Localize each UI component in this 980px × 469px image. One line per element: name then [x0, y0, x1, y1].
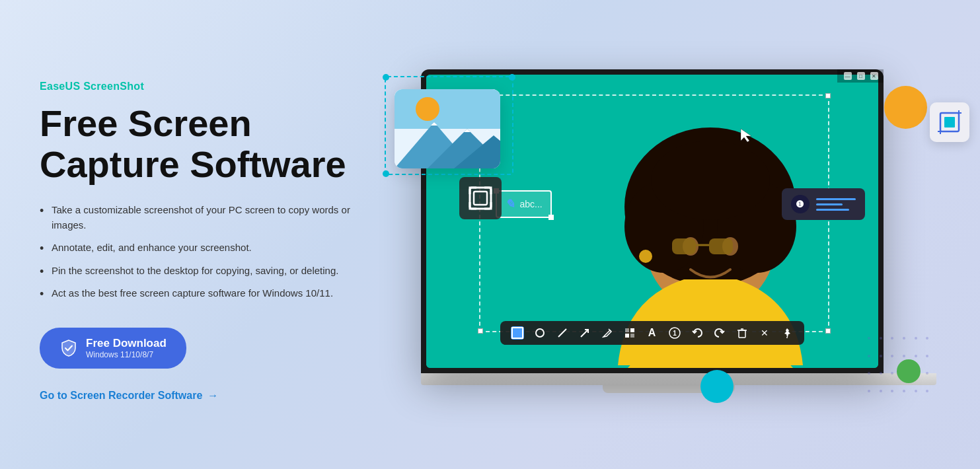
dot — [868, 355, 870, 357]
toolbar-circle-icon[interactable] — [533, 326, 547, 340]
toolbar-select-icon[interactable] — [511, 326, 524, 340]
selection-handle-tr — [825, 93, 831, 98]
svg-point-32 — [536, 329, 544, 337]
annotation-handles-br — [548, 215, 554, 220]
annotation-pencil-icon: ✎ — [505, 197, 515, 211]
deco-circle-orange — [884, 86, 927, 129]
toolbar-redo-icon[interactable] — [713, 326, 726, 340]
badge-number: ❶ — [791, 195, 810, 213]
toolbar-close-icon[interactable]: ✕ — [758, 326, 771, 340]
selection-corner-tr — [509, 74, 515, 81]
svg-text:1: 1 — [673, 330, 677, 337]
minimize-btn[interactable]: — — [844, 72, 852, 80]
dot — [926, 372, 928, 375]
dot — [926, 337, 928, 340]
crop-widget — [930, 102, 969, 142]
dot — [891, 337, 893, 340]
cursor-icon — [739, 127, 753, 141]
svg-rect-1 — [395, 89, 500, 129]
crop-icon — [938, 110, 961, 134]
toolbar-pen-icon[interactable] — [601, 326, 614, 340]
toolbar-text-icon[interactable]: A — [646, 326, 659, 340]
dot — [903, 390, 905, 392]
selection-corner-tl — [383, 74, 389, 81]
page-wrapper: EaseUS ScreenShot Free Screen Capture So… — [0, 0, 980, 469]
toolbar-arrow-icon[interactable] — [578, 326, 591, 340]
shield-icon — [59, 339, 78, 357]
dot — [891, 355, 893, 357]
dot — [915, 390, 917, 392]
number-badge-overlay: ❶ — [782, 188, 865, 220]
dot — [868, 337, 870, 340]
recorder-link-arrow: → — [207, 390, 218, 402]
close-btn[interactable]: ✕ — [870, 72, 878, 80]
svg-point-2 — [416, 97, 439, 121]
feature-item-2: Annotate, edit, and enhance your screens… — [40, 240, 363, 256]
capture-icon — [467, 185, 494, 211]
dot — [880, 355, 882, 357]
dot — [891, 372, 893, 375]
dot — [880, 390, 882, 392]
landscape-image — [395, 89, 500, 168]
dot — [868, 390, 870, 392]
capture-icon-overlay — [459, 177, 502, 219]
hero-title: Free Screen Capture Software — [40, 103, 396, 184]
button-text-group: Free Download Windows 11/10/8/7 — [86, 337, 167, 359]
left-content: EaseUS ScreenShot Free Screen Capture So… — [40, 67, 396, 402]
svg-rect-29 — [474, 192, 487, 205]
svg-rect-39 — [630, 334, 634, 338]
download-sub-label: Windows 11/10/8/7 — [86, 350, 167, 359]
svg-line-33 — [558, 329, 566, 337]
badge-line-3 — [816, 209, 849, 211]
laptop-base — [421, 373, 936, 385]
svg-rect-38 — [625, 334, 629, 338]
svg-rect-31 — [514, 330, 521, 336]
selection-corner-bl — [383, 170, 389, 177]
download-main-label: Free Download — [86, 337, 167, 350]
recorder-link[interactable]: Go to Screen Recorder Software → — [40, 390, 396, 402]
svg-rect-42 — [739, 330, 745, 338]
badge-line-2 — [816, 203, 843, 205]
screen-toolbar: A 1 ✕ — [500, 321, 804, 345]
dot — [880, 337, 882, 340]
toolbar-pin-icon[interactable] — [780, 326, 794, 340]
dot — [891, 390, 893, 392]
toolbar-mosaic-icon[interactable] — [623, 326, 636, 340]
dot — [915, 355, 917, 357]
recorder-link-text: Go to Screen Recorder Software — [40, 390, 202, 402]
svg-rect-9 — [944, 117, 955, 127]
toolbar-delete-icon[interactable] — [735, 326, 749, 340]
image-preview-widget — [395, 89, 500, 168]
badge-lines — [816, 198, 856, 211]
svg-line-34 — [581, 330, 588, 337]
toolbar-undo-icon[interactable] — [691, 326, 704, 340]
svg-rect-36 — [625, 328, 629, 332]
annotation-box: ✎ abc... — [496, 190, 552, 218]
dot — [903, 355, 905, 357]
window-chrome: — □ ✕ — [837, 69, 884, 83]
feature-item-4: Act as the best free screen capture soft… — [40, 286, 363, 301]
brand-name: EaseUS ScreenShot — [40, 81, 396, 92]
dot — [880, 372, 882, 375]
dot — [868, 372, 870, 375]
deco-circle-teal — [700, 370, 734, 403]
dot — [903, 337, 905, 340]
feature-item-1: Take a customizable screenshot of your P… — [40, 203, 363, 233]
feature-item-3: Pin the screenshot to the desktop for co… — [40, 264, 363, 279]
svg-rect-37 — [630, 328, 634, 332]
features-list: Take a customizable screenshot of your P… — [40, 203, 396, 301]
deco-circle-green — [897, 359, 921, 383]
right-content: — □ ✕ — [396, 0, 940, 469]
dot — [926, 355, 928, 357]
maximize-btn[interactable]: □ — [857, 72, 865, 80]
toolbar-number-icon[interactable]: 1 — [668, 326, 681, 340]
selection-handle-bl — [478, 328, 483, 334]
dot — [915, 337, 917, 340]
toolbar-line-icon[interactable] — [556, 326, 569, 340]
selection-handle-br — [825, 328, 831, 334]
download-button[interactable]: Free Download Windows 11/10/8/7 — [40, 328, 186, 369]
badge-line-1 — [816, 198, 856, 200]
laptop-mockup: — □ ✕ — [421, 69, 917, 419]
dot — [926, 390, 928, 392]
annotation-placeholder: abc... — [520, 199, 543, 209]
